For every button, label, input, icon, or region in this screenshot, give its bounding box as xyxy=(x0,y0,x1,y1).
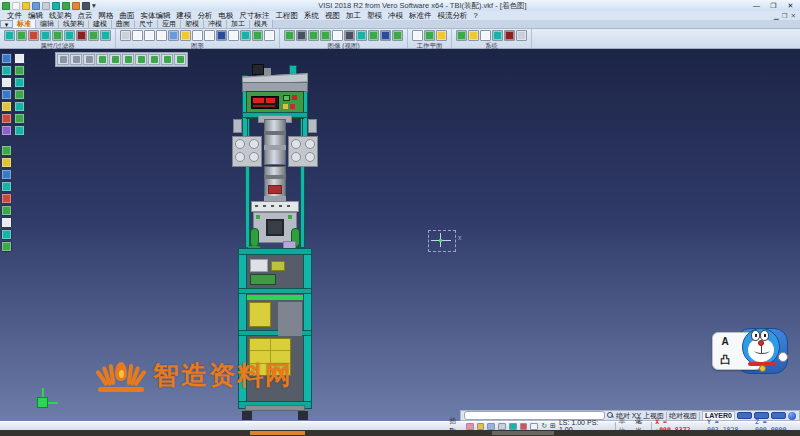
menu-item[interactable]: 系统 xyxy=(301,11,322,21)
toolbar-icon[interactable] xyxy=(52,30,63,41)
tab-wireframe[interactable]: 线架构 xyxy=(59,20,89,28)
menu-item[interactable]: 工程图 xyxy=(273,11,302,21)
toolbar-icon[interactable] xyxy=(480,30,491,41)
toolbar-icon[interactable] xyxy=(380,30,391,41)
toolbar-icon[interactable] xyxy=(88,30,99,41)
refresh-icon[interactable]: ↻ xyxy=(541,422,547,430)
new-file-icon[interactable] xyxy=(12,2,20,10)
menu-item[interactable]: 尺寸标注 xyxy=(237,11,273,21)
toolbar-icon[interactable] xyxy=(436,30,447,41)
toolbar-icon[interactable] xyxy=(28,30,39,41)
snap-toggle-icon[interactable] xyxy=(509,423,517,430)
quick-access-dropdown-icon[interactable]: ▾ xyxy=(92,1,96,10)
close-button[interactable]: ✕ xyxy=(783,0,798,11)
toolbar-icon[interactable] xyxy=(504,30,515,41)
ime-mode-letter[interactable]: A xyxy=(713,333,737,351)
toolbar-icon[interactable] xyxy=(456,30,467,41)
tab-application[interactable]: 应用 xyxy=(158,20,181,28)
toolbar-icon[interactable] xyxy=(100,30,111,41)
menu-item[interactable]: 塑模 xyxy=(364,11,385,21)
print-icon[interactable] xyxy=(42,2,50,10)
tab-dimension[interactable]: 尺寸 xyxy=(135,20,158,28)
tab-die[interactable]: 冲模 xyxy=(204,20,227,28)
snap-toggle-icon[interactable] xyxy=(466,423,474,430)
toolbar-icon[interactable] xyxy=(284,30,295,41)
redo-icon[interactable] xyxy=(82,2,90,10)
save-file-icon[interactable] xyxy=(32,2,40,10)
snap-toggle-icon[interactable] xyxy=(477,423,485,430)
tab-surface[interactable]: 曲面 xyxy=(112,20,135,28)
toolbar-icon[interactable] xyxy=(132,30,143,41)
toolbar-icon[interactable] xyxy=(204,30,215,41)
menu-item[interactable]: 分析 xyxy=(195,11,216,21)
toolbar-icon[interactable] xyxy=(344,30,355,41)
undo-icon[interactable] xyxy=(72,2,80,10)
search-icon[interactable] xyxy=(607,412,614,419)
open-file-icon[interactable] xyxy=(22,2,30,10)
toolbar-icon-active[interactable] xyxy=(180,30,191,41)
menu-item[interactable]: 标准件 xyxy=(406,11,435,21)
export-icon[interactable] xyxy=(62,2,70,10)
grid-icon[interactable]: ⊞ xyxy=(550,422,556,430)
toolbar-icon[interactable] xyxy=(216,30,227,41)
toolbar-icon[interactable] xyxy=(16,30,27,41)
snap-toggle-icon[interactable] xyxy=(498,423,506,430)
toolbar-icon[interactable] xyxy=(168,30,179,41)
toolbar-icon[interactable] xyxy=(368,30,379,41)
menu-item[interactable]: 电极 xyxy=(216,11,237,21)
toolbar-icon[interactable] xyxy=(40,30,51,41)
toolbar-icon[interactable] xyxy=(192,30,203,41)
menu-item[interactable]: 加工 xyxy=(343,11,364,21)
toolbar-icon[interactable] xyxy=(228,30,239,41)
menu-item[interactable]: 网格 xyxy=(96,11,117,21)
toolbar-icon[interactable] xyxy=(516,30,527,41)
menu-item[interactable]: 冲模 xyxy=(385,11,406,21)
toolbar-icon[interactable] xyxy=(412,30,423,41)
selection-marker[interactable] xyxy=(428,230,456,252)
maximize-button[interactable]: ❐ xyxy=(766,0,781,11)
taskbar-active-app[interactable] xyxy=(250,431,305,435)
toolbar-icon[interactable] xyxy=(240,30,251,41)
menu-item[interactable]: 建模 xyxy=(174,11,195,21)
mdi-minimize-button[interactable]: ▁ xyxy=(774,12,779,20)
toolbar-icon[interactable] xyxy=(64,30,75,41)
toolbar-icon[interactable] xyxy=(144,30,155,41)
toolbar-icon[interactable] xyxy=(492,30,503,41)
toolbar-icon[interactable] xyxy=(332,30,343,41)
toolbar-icon[interactable] xyxy=(76,30,87,41)
toolbar-icon[interactable] xyxy=(252,30,263,41)
menu-item[interactable]: 视图 xyxy=(322,11,343,21)
toolbar-icon[interactable] xyxy=(120,30,131,41)
tab-machining[interactable]: 加工 xyxy=(227,20,250,28)
tab-standard[interactable]: 标准 xyxy=(13,20,36,28)
import-icon[interactable] xyxy=(52,2,60,10)
menu-item[interactable]: 点云 xyxy=(75,11,96,21)
toolbar-icon[interactable] xyxy=(392,30,403,41)
tab-edit[interactable]: 编辑 xyxy=(36,20,59,28)
viewport[interactable]: x 智造资料网 A xyxy=(0,49,800,421)
snap-toggle-icon[interactable] xyxy=(530,423,538,430)
snap-toggle-icon[interactable] xyxy=(520,423,528,430)
menu-item[interactable]: 模流分析 xyxy=(435,11,471,21)
toolbar-icon[interactable] xyxy=(320,30,331,41)
menu-item[interactable]: 线架构 xyxy=(46,11,75,21)
mdi-restore-button[interactable]: ❐ xyxy=(782,12,788,20)
menu-item-help[interactable]: ? xyxy=(471,11,481,20)
menu-item[interactable]: 文件 xyxy=(4,11,25,21)
ime-keyboard-icon[interactable]: 凸 xyxy=(713,351,737,369)
menu-item[interactable]: 曲面 xyxy=(117,11,138,21)
toolbar-icon[interactable] xyxy=(468,30,479,41)
taskbar-app[interactable] xyxy=(492,431,554,435)
snap-toggle-icon[interactable] xyxy=(487,423,495,430)
menu-item[interactable]: 实体编辑 xyxy=(138,11,174,21)
minimize-button[interactable]: — xyxy=(749,0,764,11)
mdi-close-button[interactable]: ✕ xyxy=(791,12,796,20)
toolbar-icon[interactable] xyxy=(264,30,275,41)
toolbar-icon[interactable] xyxy=(296,30,307,41)
tab-modeling[interactable]: 建模 xyxy=(89,20,112,28)
menu-item[interactable]: 编辑 xyxy=(25,11,46,21)
tab-dropdown-icon[interactable]: ▾ xyxy=(0,20,13,28)
tab-tooling[interactable]: 模具 xyxy=(250,20,273,28)
toolbar-icon[interactable] xyxy=(156,30,167,41)
toolbar-icon[interactable] xyxy=(308,30,319,41)
